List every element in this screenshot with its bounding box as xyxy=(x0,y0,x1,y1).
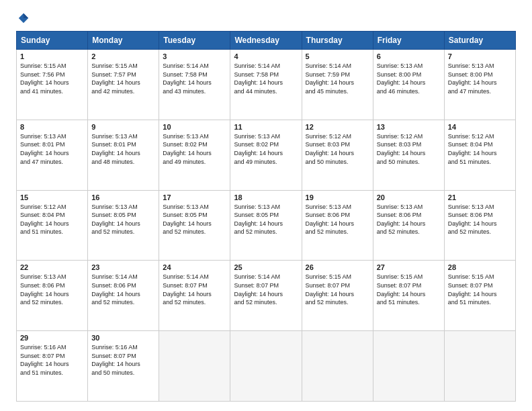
day-info: Sunrise: 5:13 AMSunset: 8:01 PMDaylight:… xyxy=(91,132,155,166)
calendar-cell: 30Sunrise: 5:16 AMSunset: 8:07 PMDayligh… xyxy=(88,331,159,402)
day-info: Sunrise: 5:14 AMSunset: 8:07 PMDaylight:… xyxy=(163,273,226,306)
calendar: SundayMondayTuesdayWednesdayThursdayFrid… xyxy=(16,31,516,402)
day-info: Sunrise: 5:15 AMSunset: 8:07 PMDaylight:… xyxy=(306,273,369,306)
calendar-cell: 10Sunrise: 5:13 AMSunset: 8:02 PMDayligh… xyxy=(159,120,230,190)
day-info: Sunrise: 5:14 AMSunset: 8:06 PMDaylight:… xyxy=(91,273,155,306)
page: SundayMondayTuesdayWednesdayThursdayFrid… xyxy=(0,0,532,411)
calendar-cell: 20Sunrise: 5:13 AMSunset: 8:06 PMDayligh… xyxy=(373,190,444,261)
day-number: 8 xyxy=(20,123,84,131)
day-number: 16 xyxy=(91,193,155,201)
calendar-cell: 18Sunrise: 5:13 AMSunset: 8:05 PMDayligh… xyxy=(230,190,302,261)
calendar-cell: 4Sunrise: 5:14 AMSunset: 7:58 PMDaylight… xyxy=(230,50,302,120)
day-number: 1 xyxy=(20,52,84,60)
calendar-cell: 14Sunrise: 5:12 AMSunset: 8:04 PMDayligh… xyxy=(444,120,515,190)
day-info: Sunrise: 5:14 AMSunset: 7:58 PMDaylight:… xyxy=(234,62,298,95)
day-info: Sunrise: 5:13 AMSunset: 8:05 PMDaylight:… xyxy=(91,203,155,236)
day-number: 4 xyxy=(234,52,298,60)
calendar-cell: 29Sunrise: 5:16 AMSunset: 8:07 PMDayligh… xyxy=(17,331,88,402)
calendar-cell: 9Sunrise: 5:13 AMSunset: 8:01 PMDaylight… xyxy=(88,120,159,190)
weekday-header-friday: Friday xyxy=(373,32,444,50)
day-number: 2 xyxy=(91,52,155,60)
day-info: Sunrise: 5:15 AMSunset: 7:57 PMDaylight:… xyxy=(91,62,155,95)
calendar-cell xyxy=(373,331,444,402)
day-number: 10 xyxy=(163,123,226,131)
day-number: 27 xyxy=(377,263,441,271)
calendar-cell xyxy=(444,331,515,402)
calendar-row: 22Sunrise: 5:13 AMSunset: 8:06 PMDayligh… xyxy=(17,261,516,331)
calendar-cell: 21Sunrise: 5:13 AMSunset: 8:06 PMDayligh… xyxy=(444,190,515,261)
header xyxy=(16,12,516,24)
calendar-cell: 7Sunrise: 5:13 AMSunset: 8:00 PMDaylight… xyxy=(444,50,515,120)
day-number: 28 xyxy=(448,263,512,271)
day-info: Sunrise: 5:13 AMSunset: 8:05 PMDaylight:… xyxy=(234,203,298,236)
day-number: 17 xyxy=(163,193,226,201)
day-info: Sunrise: 5:13 AMSunset: 8:02 PMDaylight:… xyxy=(163,132,226,166)
day-number: 3 xyxy=(163,52,226,60)
calendar-cell: 17Sunrise: 5:13 AMSunset: 8:05 PMDayligh… xyxy=(159,190,230,261)
day-number: 22 xyxy=(20,263,84,271)
calendar-cell: 5Sunrise: 5:14 AMSunset: 7:59 PMDaylight… xyxy=(302,50,373,120)
weekday-header-monday: Monday xyxy=(88,32,159,50)
calendar-cell: 3Sunrise: 5:14 AMSunset: 7:58 PMDaylight… xyxy=(159,50,230,120)
weekday-header-tuesday: Tuesday xyxy=(159,32,230,50)
calendar-row: 8Sunrise: 5:13 AMSunset: 8:01 PMDaylight… xyxy=(17,120,516,190)
day-number: 11 xyxy=(234,123,298,131)
calendar-cell: 25Sunrise: 5:14 AMSunset: 8:07 PMDayligh… xyxy=(230,261,302,331)
calendar-cell: 19Sunrise: 5:13 AMSunset: 8:06 PMDayligh… xyxy=(302,190,373,261)
day-info: Sunrise: 5:12 AMSunset: 8:04 PMDaylight:… xyxy=(448,132,512,166)
day-info: Sunrise: 5:14 AMSunset: 8:07 PMDaylight:… xyxy=(234,273,298,306)
day-info: Sunrise: 5:13 AMSunset: 8:06 PMDaylight:… xyxy=(448,203,512,236)
calendar-cell xyxy=(230,331,302,402)
weekday-header-saturday: Saturday xyxy=(444,32,515,50)
day-number: 6 xyxy=(377,52,441,60)
day-number: 29 xyxy=(20,334,84,342)
svg-marker-1 xyxy=(24,13,28,18)
calendar-cell: 1Sunrise: 5:15 AMSunset: 7:56 PMDaylight… xyxy=(17,50,88,120)
weekday-header-row: SundayMondayTuesdayWednesdayThursdayFrid… xyxy=(17,32,516,50)
calendar-cell: 28Sunrise: 5:15 AMSunset: 8:07 PMDayligh… xyxy=(444,261,515,331)
day-number: 18 xyxy=(234,193,298,201)
day-number: 13 xyxy=(377,123,441,131)
logo-icon xyxy=(17,12,30,24)
day-info: Sunrise: 5:13 AMSunset: 8:06 PMDaylight:… xyxy=(20,273,84,306)
calendar-cell: 16Sunrise: 5:13 AMSunset: 8:05 PMDayligh… xyxy=(88,190,159,261)
day-info: Sunrise: 5:12 AMSunset: 8:03 PMDaylight:… xyxy=(306,132,369,166)
calendar-cell xyxy=(302,331,373,402)
calendar-row: 15Sunrise: 5:12 AMSunset: 8:04 PMDayligh… xyxy=(17,190,516,261)
day-info: Sunrise: 5:14 AMSunset: 7:58 PMDaylight:… xyxy=(163,62,226,95)
calendar-cell: 22Sunrise: 5:13 AMSunset: 8:06 PMDayligh… xyxy=(17,261,88,331)
day-number: 21 xyxy=(448,193,512,201)
day-number: 23 xyxy=(91,263,155,271)
calendar-row: 29Sunrise: 5:16 AMSunset: 8:07 PMDayligh… xyxy=(17,331,516,402)
day-info: Sunrise: 5:16 AMSunset: 8:07 PMDaylight:… xyxy=(20,343,84,377)
day-info: Sunrise: 5:14 AMSunset: 7:59 PMDaylight:… xyxy=(306,62,369,95)
weekday-header-wednesday: Wednesday xyxy=(230,32,302,50)
day-info: Sunrise: 5:13 AMSunset: 8:01 PMDaylight:… xyxy=(20,132,84,166)
logo xyxy=(16,12,30,24)
day-number: 12 xyxy=(306,123,369,131)
calendar-cell: 27Sunrise: 5:15 AMSunset: 8:07 PMDayligh… xyxy=(373,261,444,331)
day-info: Sunrise: 5:15 AMSunset: 7:56 PMDaylight:… xyxy=(20,62,84,95)
day-info: Sunrise: 5:13 AMSunset: 8:00 PMDaylight:… xyxy=(377,62,441,95)
day-info: Sunrise: 5:15 AMSunset: 8:07 PMDaylight:… xyxy=(448,273,512,306)
day-info: Sunrise: 5:13 AMSunset: 8:02 PMDaylight:… xyxy=(234,132,298,166)
day-number: 19 xyxy=(306,193,369,201)
calendar-cell: 24Sunrise: 5:14 AMSunset: 8:07 PMDayligh… xyxy=(159,261,230,331)
day-number: 20 xyxy=(377,193,441,201)
calendar-cell: 12Sunrise: 5:12 AMSunset: 8:03 PMDayligh… xyxy=(302,120,373,190)
weekday-header-sunday: Sunday xyxy=(17,32,88,50)
day-number: 15 xyxy=(20,193,84,201)
day-number: 7 xyxy=(448,52,512,60)
day-number: 26 xyxy=(306,263,369,271)
day-info: Sunrise: 5:13 AMSunset: 8:06 PMDaylight:… xyxy=(306,203,369,236)
day-info: Sunrise: 5:15 AMSunset: 8:07 PMDaylight:… xyxy=(377,273,441,306)
calendar-row: 1Sunrise: 5:15 AMSunset: 7:56 PMDaylight… xyxy=(17,50,516,120)
calendar-cell: 6Sunrise: 5:13 AMSunset: 8:00 PMDaylight… xyxy=(373,50,444,120)
day-number: 9 xyxy=(91,123,155,131)
calendar-cell: 23Sunrise: 5:14 AMSunset: 8:06 PMDayligh… xyxy=(88,261,159,331)
calendar-cell: 13Sunrise: 5:12 AMSunset: 8:03 PMDayligh… xyxy=(373,120,444,190)
day-info: Sunrise: 5:16 AMSunset: 8:07 PMDaylight:… xyxy=(91,343,155,377)
day-number: 14 xyxy=(448,123,512,131)
day-number: 24 xyxy=(163,263,226,271)
calendar-cell: 11Sunrise: 5:13 AMSunset: 8:02 PMDayligh… xyxy=(230,120,302,190)
